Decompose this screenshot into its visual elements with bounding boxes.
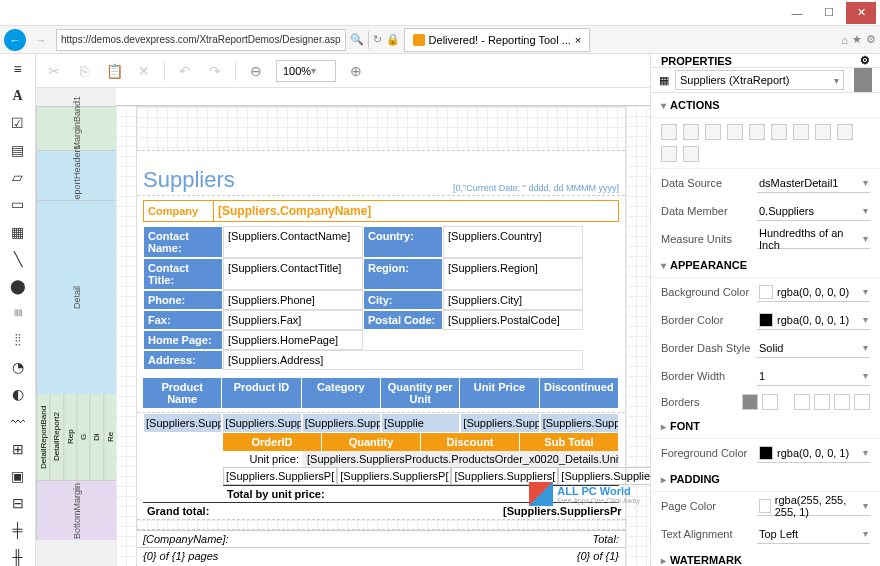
browser-tab[interactable]: Delivered! - Reporting Tool ... × <box>404 28 591 52</box>
crossband-tool-icon[interactable]: ╪ <box>9 522 27 539</box>
font-section[interactable]: ▸FONT <box>651 414 880 439</box>
action-icon[interactable] <box>727 124 743 140</box>
search-icon[interactable]: 🔍 <box>350 33 364 46</box>
field-value[interactable]: [Suppliers.Region] <box>443 258 583 290</box>
company-label[interactable]: Company <box>144 201 214 221</box>
action-icon[interactable] <box>749 124 765 140</box>
total-unit-label[interactable]: Total by unit price: <box>223 486 499 502</box>
watermark-section[interactable]: ▸WATERMARK <box>651 548 880 566</box>
field-value[interactable]: [Suppliers.Address] <box>223 350 583 370</box>
field-label[interactable]: Region: <box>363 258 443 290</box>
col-header[interactable]: Product Name <box>143 378 222 408</box>
band-di[interactable]: Di <box>89 394 102 480</box>
band-report-header[interactable]: ReportHeader1 <box>36 150 116 200</box>
border-color-input[interactable]: rgba(0, 0, 0, 1)▾ <box>757 310 870 330</box>
orders-header[interactable]: OrderID Quantity Discount Sub Total <box>223 433 619 451</box>
back-button[interactable]: ← <box>4 29 26 51</box>
field-value[interactable]: [Suppliers.City] <box>443 290 583 310</box>
field-label[interactable]: City: <box>363 290 443 310</box>
element-selector[interactable]: Suppliers (XtraReport)▾ <box>675 70 844 90</box>
bg-color-input[interactable]: rgba(0, 0, 0, 0)▾ <box>757 282 870 302</box>
unit-price-value[interactable]: [Suppliers.SuppliersProducts.ProductsOrd… <box>303 451 619 467</box>
zoom-in-button[interactable]: ⊕ <box>346 61 366 81</box>
cell[interactable]: [Suppliers.Suppliers <box>540 413 619 433</box>
company-value[interactable]: [Suppliers.CompanyName] <box>214 201 618 221</box>
gauge-tool-icon[interactable]: ◐ <box>9 386 27 403</box>
label-tool-icon[interactable]: A <box>9 87 27 104</box>
report-title[interactable]: Suppliers <box>143 167 235 193</box>
field-value[interactable]: [Suppliers.ContactName] <box>223 226 363 258</box>
padding-section[interactable]: ▸PADDING <box>651 467 880 492</box>
minimize-button[interactable]: — <box>782 2 812 24</box>
border-left-icon[interactable] <box>794 394 810 410</box>
field-label[interactable]: Contact Title: <box>143 258 223 290</box>
band-top-margin[interactable]: topMarginBand1 <box>36 106 116 150</box>
table-tool-icon[interactable]: ▦ <box>9 223 27 240</box>
band-detail[interactable]: Detail <box>36 200 116 394</box>
band-detail-report2[interactable]: DetailReport2 <box>49 394 62 480</box>
checkbox-tool-icon[interactable]: ☑ <box>9 114 27 131</box>
col-header[interactable]: Category <box>302 378 381 408</box>
col-header[interactable]: Discontinued <box>540 378 619 408</box>
col-header[interactable]: Sub Total <box>520 433 619 451</box>
field-label[interactable]: Fax: <box>143 310 223 330</box>
band-re[interactable]: Re <box>103 394 116 480</box>
measure-units-input[interactable]: Hundredths of an Inch▾ <box>757 229 870 249</box>
action-icon[interactable] <box>705 124 721 140</box>
barcode-tool-icon[interactable]: ⦀⦀ <box>9 304 27 321</box>
gear-icon[interactable]: ⚙ <box>860 54 870 67</box>
field-label[interactable]: Address: <box>143 350 223 370</box>
close-button[interactable]: ✕ <box>846 2 876 24</box>
border-dash-input[interactable]: Solid▾ <box>757 338 870 358</box>
fg-color-input[interactable]: rgba(0, 0, 0, 1)▾ <box>757 443 870 463</box>
field-value[interactable]: [Suppliers.Fax] <box>223 310 363 330</box>
field-label[interactable]: Country: <box>363 226 443 258</box>
home-icon[interactable]: ⌂ <box>841 34 848 46</box>
crossband2-tool-icon[interactable]: ╫ <box>9 549 27 566</box>
action-icon[interactable] <box>771 124 787 140</box>
cell[interactable]: [Suppliers.SuppliersP[ <box>223 467 337 485</box>
field-value[interactable]: [Suppliers.Phone] <box>223 290 363 310</box>
footer-pages-right[interactable]: {0} of {1} <box>577 550 619 562</box>
col-header[interactable]: Discount <box>421 433 520 451</box>
field-value[interactable]: [Suppliers.PostalCode] <box>443 310 583 330</box>
action-icon[interactable] <box>815 124 831 140</box>
action-icon[interactable] <box>683 146 699 162</box>
field-label[interactable]: Home Page: <box>143 330 223 350</box>
footer-pages-left[interactable]: {0} of {1} pages <box>143 550 218 562</box>
line-tool-icon[interactable]: ╲ <box>9 250 27 267</box>
unit-price-label[interactable]: Unit price: <box>223 451 303 467</box>
date-expression[interactable]: [0,"Current Date: " dddd, dd MMMM yyyy] <box>453 183 619 193</box>
band-nested[interactable]: DetailReportBand DetailReport2 Rep G Di … <box>36 394 116 480</box>
supplier-info-grid[interactable]: Contact Name: [Suppliers.ContactName] Co… <box>143 226 619 370</box>
cell[interactable]: [Suppliers.SuppliersP <box>302 413 381 433</box>
database-icon[interactable] <box>854 68 872 92</box>
footer-company[interactable]: [CompanyName]: <box>143 533 229 545</box>
zoom-out-button[interactable]: ⊖ <box>246 61 266 81</box>
col-header[interactable]: Unit Price <box>460 378 539 408</box>
forward-button[interactable]: → <box>30 29 52 51</box>
tab-close-icon[interactable]: × <box>575 34 581 46</box>
field-value[interactable]: [Suppliers.HomePage] <box>223 330 363 350</box>
action-icon[interactable] <box>837 124 853 140</box>
menu-icon[interactable]: ≡ <box>9 60 27 77</box>
refresh-icon[interactable]: ↻ <box>373 33 382 46</box>
products-row[interactable]: [Suppliers.SuppliersProd [Suppliers.Supp… <box>143 413 619 433</box>
subreport-tool-icon[interactable]: ▣ <box>9 467 27 484</box>
settings-icon[interactable]: ⚙ <box>866 33 876 46</box>
design-surface[interactable]: topMarginBand1 ReportHeader1 Detail Deta… <box>36 88 650 566</box>
zoom-input[interactable]: 100%▾ <box>276 60 336 82</box>
border-right-icon[interactable] <box>834 394 850 410</box>
border-bottom-icon[interactable] <box>854 394 870 410</box>
text-align-input[interactable]: Top Left▾ <box>757 524 870 544</box>
band-gf[interactable]: G <box>76 394 89 480</box>
border-width-input[interactable]: 1▾ <box>757 366 870 386</box>
cell[interactable]: [Suppliers.SuppliersP[ <box>337 467 451 485</box>
action-icon[interactable] <box>683 124 699 140</box>
col-header[interactable]: Quantity <box>322 433 421 451</box>
richtext-tool-icon[interactable]: ▤ <box>9 141 27 158</box>
chart-tool-icon[interactable]: ◔ <box>9 359 27 376</box>
field-value[interactable]: [Suppliers.Country] <box>443 226 583 258</box>
cell[interactable]: [Suppliers.SuppliersProd <box>143 413 222 433</box>
col-header[interactable]: OrderID <box>223 433 322 451</box>
